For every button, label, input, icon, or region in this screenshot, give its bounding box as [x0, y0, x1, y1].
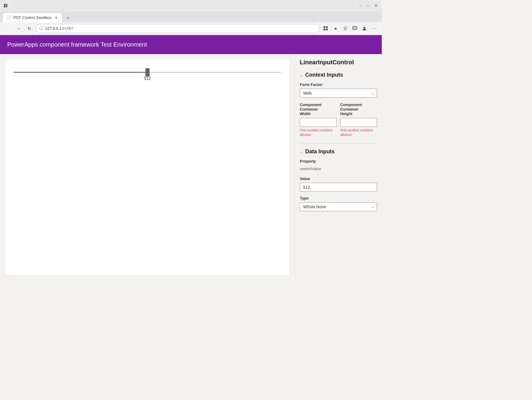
data-inputs-section: ⌄ Data Inputs Property controlValue Valu…: [300, 148, 377, 211]
svg-rect-5: [326, 26, 328, 28]
collections-button[interactable]: [351, 24, 359, 33]
type-label: Type: [300, 196, 377, 200]
svg-rect-3: [6, 6, 8, 7]
type-select-wrapper: Whole.None Whole.Duration Whole.TimeZone…: [300, 202, 377, 211]
value-label: Value: [300, 176, 377, 181]
context-inputs-header: ⌄ Context Inputs: [300, 72, 377, 78]
content-area: 512: [5, 59, 290, 276]
container-width-label: Component Container Width: [300, 102, 337, 116]
container-dimensions-row: Component Container Width Only positive …: [300, 102, 377, 137]
reading-list-button[interactable]: ☰: [341, 24, 349, 33]
container-height-error: Only positive numbers allowed: [340, 128, 377, 137]
url-display: 127.0.0.1:61567: [45, 26, 316, 31]
tab-title: PCF Control Sandbox: [14, 15, 51, 20]
tab-bar: 📄 PCF Control Sandbox ✕ +: [0, 11, 382, 22]
data-inputs-header: ⌄ Data Inputs: [300, 148, 377, 155]
data-inputs-title: Data Inputs: [305, 148, 335, 155]
main-layout: 512 LinearInputControl ⌄ Context Inputs …: [0, 54, 382, 280]
svg-rect-9: [353, 27, 356, 29]
type-field: Type Whole.None Whole.Duration Whole.Tim…: [300, 196, 377, 211]
right-panel: LinearInputControl ⌄ Context Inputs Form…: [295, 54, 382, 280]
menu-button[interactable]: ⋯: [370, 24, 378, 33]
maximize-button[interactable]: □: [366, 4, 370, 8]
browser-toolbar: ← → ↻ ⓘ 127.0.0.1:61567 ★ ☰: [0, 22, 382, 35]
svg-rect-0: [4, 4, 5, 8]
property-field: Property controlValue: [300, 159, 377, 172]
form-factor-select[interactable]: Web Tablet Phone: [300, 89, 377, 98]
title-bar: ‒ □ ✕: [0, 0, 382, 11]
active-tab[interactable]: 📄 PCF Control Sandbox ✕: [2, 13, 62, 22]
close-button[interactable]: ✕: [374, 4, 378, 8]
tab-page-icon: 📄: [6, 15, 11, 20]
svg-rect-4: [324, 26, 325, 28]
forward-button[interactable]: →: [14, 24, 23, 33]
data-inputs-chevron-icon: ⌄: [300, 149, 303, 154]
security-icon: ⓘ: [39, 26, 43, 31]
svg-rect-7: [326, 29, 328, 30]
panel-title: LinearInputControl: [300, 59, 377, 66]
section-divider: [300, 143, 377, 144]
svg-rect-6: [324, 29, 325, 30]
favorites-button[interactable]: ★: [331, 24, 340, 33]
sidebar-toggle-button[interactable]: [4, 4, 8, 8]
form-factor-field: Form Factor Web Tablet Phone ⌄: [300, 82, 377, 98]
address-bar[interactable]: ⓘ 127.0.0.1:61567: [36, 24, 319, 33]
profile-button[interactable]: [360, 24, 369, 33]
toolbar-icons: ★ ☰ ⋯: [322, 24, 378, 33]
value-input[interactable]: [300, 183, 377, 192]
property-label: Property: [300, 159, 377, 163]
container-width-field: Component Container Width Only positive …: [300, 102, 337, 137]
slider-wrapper: [14, 69, 281, 74]
form-factor-select-wrapper: Web Tablet Phone ⌄: [300, 89, 377, 98]
container-height-label: Component Container Height: [340, 102, 377, 116]
minimize-button[interactable]: ‒: [358, 4, 363, 8]
apps-button[interactable]: [322, 24, 330, 33]
svg-point-10: [363, 27, 365, 29]
svg-rect-2: [6, 5, 8, 6]
context-inputs-section: ⌄ Context Inputs Form Factor Web Tablet …: [300, 72, 377, 137]
new-tab-button[interactable]: +: [64, 14, 72, 22]
app-title: PowerApps component framework Test Envir…: [7, 41, 147, 48]
container-height-field: Component Container Height Only positive…: [340, 102, 377, 137]
value-field: Value: [300, 176, 377, 192]
context-inputs-title: Context Inputs: [305, 72, 343, 78]
slider-container: 512: [11, 65, 284, 87]
context-inputs-chevron-icon: ⌄: [300, 73, 303, 77]
container-width-input[interactable]: [300, 118, 337, 127]
value-slider[interactable]: [14, 72, 281, 73]
window-controls: [4, 4, 8, 8]
reload-button[interactable]: ↻: [25, 24, 34, 33]
slider-value-display: 512: [14, 76, 281, 81]
form-factor-label: Form Factor: [300, 82, 377, 87]
back-button[interactable]: ←: [4, 24, 12, 33]
property-value-display: controlValue: [300, 165, 377, 172]
app-header: PowerApps component framework Test Envir…: [0, 35, 382, 54]
container-height-input[interactable]: [340, 118, 377, 127]
tab-close-button[interactable]: ✕: [54, 15, 59, 20]
svg-rect-1: [6, 4, 8, 5]
container-width-error: Only positive numbers allowed: [300, 128, 337, 137]
type-select[interactable]: Whole.None Whole.Duration Whole.TimeZone…: [300, 202, 377, 211]
